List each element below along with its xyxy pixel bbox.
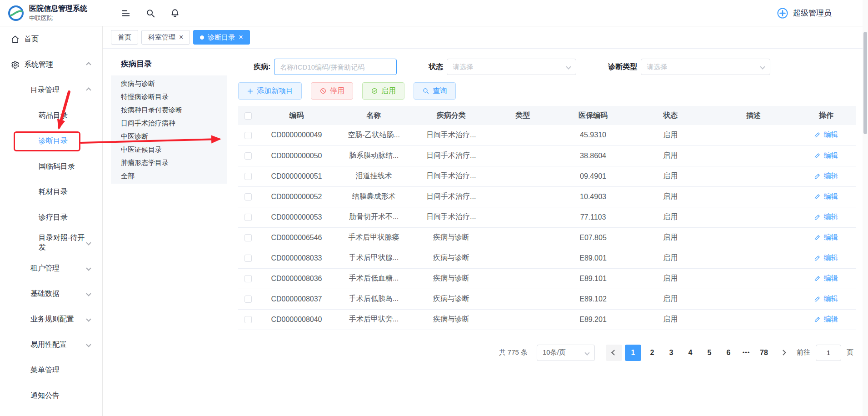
vertical-scrollbar[interactable] bbox=[863, 0, 868, 416]
sidebar-item-menu-mgmt[interactable]: 菜单管理 bbox=[0, 357, 102, 383]
sidebar-item-national-code-catalog[interactable]: 国临码目录 bbox=[0, 154, 102, 179]
edit-label: 编辑 bbox=[823, 233, 838, 242]
edit-button[interactable]: 编辑 bbox=[814, 192, 838, 201]
edit-button[interactable]: 编辑 bbox=[814, 294, 838, 304]
row-checkbox[interactable] bbox=[244, 152, 252, 160]
cell-name: 手术后甲状腺瘘 bbox=[334, 227, 413, 248]
tab-diagnosis-catalog[interactable]: 诊断目录 × bbox=[193, 30, 249, 45]
cell-insurance-code: 45.9310 bbox=[556, 125, 630, 145]
table-row: CD0000000049 空肠-乙状结肠... 日间手术治疗... 45.931… bbox=[238, 125, 856, 145]
menu-toggle-icon[interactable] bbox=[121, 8, 131, 18]
row-checkbox[interactable] bbox=[244, 132, 252, 139]
row-checkbox[interactable] bbox=[244, 275, 252, 282]
page-button-6[interactable]: 6 bbox=[720, 345, 737, 361]
row-checkbox[interactable] bbox=[244, 173, 252, 180]
chevron-right-icon bbox=[780, 350, 786, 356]
edit-icon bbox=[814, 131, 821, 138]
catalog-item[interactable]: 中医证候目录 bbox=[111, 143, 227, 156]
edit-button[interactable]: 编辑 bbox=[814, 130, 838, 140]
row-checkbox[interactable] bbox=[244, 214, 252, 221]
cell-type bbox=[489, 227, 556, 248]
enable-button[interactable]: 启用 bbox=[362, 82, 404, 100]
cell-type bbox=[489, 248, 556, 268]
table-row: CD0000008040 手术后甲状旁... 疾病与诊断 E89.201 启用 … bbox=[238, 309, 856, 330]
page-button-5[interactable]: 5 bbox=[701, 345, 718, 361]
edit-button[interactable]: 编辑 bbox=[814, 233, 838, 242]
goto-page-input[interactable] bbox=[816, 345, 841, 361]
edit-label: 编辑 bbox=[823, 192, 838, 201]
sidebar-item-diagnosis-catalog[interactable]: 诊断目录 bbox=[0, 128, 102, 154]
page-size-select[interactable]: 10条/页 bbox=[537, 345, 595, 361]
pagination-ellipsis[interactable]: ••• bbox=[739, 349, 753, 356]
catalog-item[interactable]: 日间手术治疗病种 bbox=[111, 116, 227, 130]
next-page-button[interactable] bbox=[775, 345, 791, 361]
page-button-2[interactable]: 2 bbox=[644, 345, 660, 361]
close-icon[interactable]: × bbox=[239, 34, 243, 41]
sidebar-item-consumables-catalog[interactable]: 耗材目录 bbox=[0, 179, 102, 205]
row-checkbox[interactable] bbox=[244, 255, 252, 262]
catalog-item[interactable]: 中医诊断 bbox=[111, 130, 227, 143]
app-header: 医院信息管理系统 中联医院 超级管理员 bbox=[0, 0, 868, 26]
page-button-1[interactable]: 1 bbox=[625, 345, 641, 361]
goto-label: 前往 bbox=[797, 348, 810, 357]
sidebar-item-system-mgmt[interactable]: 系统管理 bbox=[0, 52, 102, 77]
sidebar-item-catalog-mapping[interactable]: 目录对照-待开发 bbox=[0, 230, 102, 256]
row-checkbox[interactable] bbox=[244, 316, 252, 323]
sidebar-item-base-data[interactable]: 基础数据 bbox=[0, 281, 102, 306]
cell-name: 泪道挂线术 bbox=[334, 166, 413, 186]
sidebar-item-tenant-mgmt[interactable]: 租户管理 bbox=[0, 256, 102, 281]
sidebar-item-catalog-mgmt[interactable]: 目录管理 bbox=[0, 77, 102, 103]
disable-button[interactable]: 停用 bbox=[311, 82, 353, 100]
tab-home[interactable]: 首页 bbox=[111, 30, 138, 45]
edit-label: 编辑 bbox=[823, 151, 838, 160]
sidebar-item-notice[interactable]: 通知公告 bbox=[0, 383, 102, 408]
catalog-item[interactable]: 特慢病诊断目录 bbox=[111, 90, 227, 103]
cell-insurance-code: 38.8604 bbox=[556, 145, 630, 166]
close-icon[interactable]: × bbox=[179, 34, 183, 41]
sidebar-item-business-rules[interactable]: 业务规则配置 bbox=[0, 306, 102, 332]
catalog-list: 疾病与诊断 特慢病诊断目录 按病种目录付费诊断 日间手术治疗病种 中医诊断 中医… bbox=[111, 75, 227, 184]
edit-icon bbox=[814, 234, 821, 241]
row-checkbox[interactable] bbox=[244, 234, 252, 241]
type-filter-label: 诊断类型 bbox=[608, 62, 637, 72]
bell-icon[interactable] bbox=[170, 8, 180, 18]
catalog-item[interactable]: 肿瘤形态学目录 bbox=[111, 156, 227, 169]
page-button-4[interactable]: 4 bbox=[682, 345, 698, 361]
status-select[interactable]: 请选择 bbox=[447, 59, 576, 75]
cell-category: 日间手术治疗... bbox=[413, 186, 489, 207]
query-button[interactable]: 查询 bbox=[414, 82, 456, 100]
diagnosis-type-select[interactable]: 请选择 bbox=[641, 59, 770, 75]
search-icon[interactable] bbox=[145, 8, 155, 18]
page-button-last[interactable]: 78 bbox=[756, 345, 772, 361]
add-item-button[interactable]: 添加新项目 bbox=[238, 82, 302, 100]
row-checkbox[interactable] bbox=[244, 296, 252, 303]
cell-insurance-code: E89.101 bbox=[556, 268, 630, 289]
page-button-3[interactable]: 3 bbox=[663, 345, 679, 361]
edit-button[interactable]: 编辑 bbox=[814, 212, 838, 222]
cell-status: 启用 bbox=[630, 186, 711, 207]
select-all-checkbox[interactable] bbox=[244, 112, 252, 120]
sidebar-item-drug-catalog[interactable]: 药品目录 bbox=[0, 103, 102, 128]
scrollbar-thumb[interactable] bbox=[863, 32, 867, 134]
edit-button[interactable]: 编辑 bbox=[814, 315, 838, 324]
user-badge[interactable]: 超级管理员 bbox=[777, 7, 832, 19]
edit-button[interactable]: 编辑 bbox=[814, 274, 838, 283]
catalog-item[interactable]: 疾病与诊断 bbox=[111, 77, 227, 90]
sidebar-item-treatment-catalog[interactable]: 诊疗目录 bbox=[0, 205, 102, 230]
cell-type bbox=[489, 289, 556, 309]
edit-button[interactable]: 编辑 bbox=[814, 253, 838, 263]
edit-button[interactable]: 编辑 bbox=[814, 151, 838, 160]
goto-unit-label: 页 bbox=[847, 348, 853, 357]
edit-button[interactable]: 编辑 bbox=[814, 171, 838, 181]
catalog-item[interactable]: 全部 bbox=[111, 169, 227, 182]
cell-description bbox=[711, 166, 796, 186]
sidebar-item-home[interactable]: 首页 bbox=[0, 26, 102, 52]
catalog-item[interactable]: 按病种目录付费诊断 bbox=[111, 103, 227, 116]
sidebar-item-usability-config[interactable]: 易用性配置 bbox=[0, 332, 102, 357]
tab-department-mgmt[interactable]: 科室管理 × bbox=[141, 30, 190, 45]
prev-page-button[interactable] bbox=[606, 345, 622, 361]
column-header-description: 描述 bbox=[711, 106, 796, 125]
disease-search-input[interactable] bbox=[274, 59, 397, 75]
tab-label: 诊断目录 bbox=[208, 33, 235, 42]
row-checkbox[interactable] bbox=[244, 193, 252, 200]
